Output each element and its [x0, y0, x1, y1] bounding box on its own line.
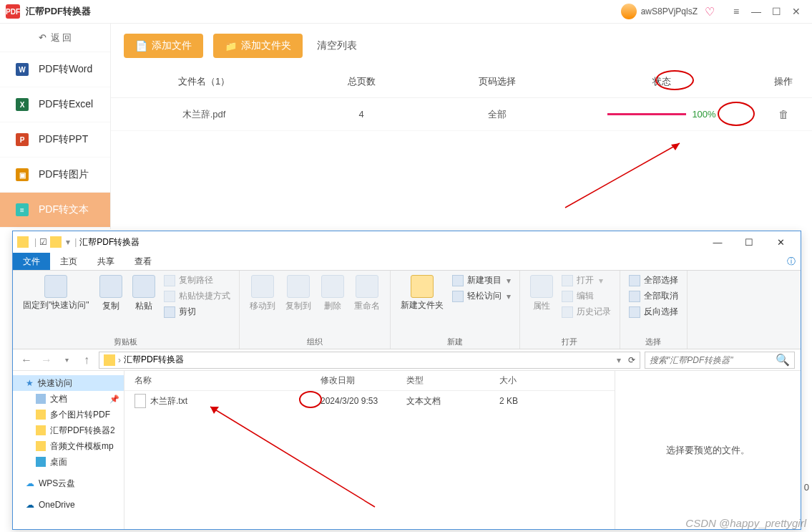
image-icon: ▣ [16, 168, 29, 181]
cloud-icon: ☁ [26, 500, 34, 510]
new-item-icon [452, 275, 464, 286]
invert-selection-button[interactable]: 反向选择 [627, 305, 680, 319]
copy-icon [99, 275, 122, 298]
ribbon-help-icon[interactable]: ⓘ [782, 253, 801, 270]
txt-file-icon [134, 394, 146, 408]
search-icon[interactable]: 🔍 [776, 353, 790, 367]
col-name[interactable]: 名称 [134, 374, 321, 387]
avatar-icon[interactable] [621, 4, 637, 19]
username: awS8PVjPqlsZ [641, 6, 698, 16]
copy-to-button[interactable]: 复制到 [283, 274, 314, 314]
copy-path-button[interactable]: 复制路径 [162, 274, 232, 287]
tab-home[interactable]: 主页 [50, 253, 87, 270]
tree-onedrive[interactable]: ☁OneDrive [13, 497, 124, 513]
easy-access-button[interactable]: 轻松访问▾ [451, 289, 512, 303]
add-file-label: 添加文件 [152, 39, 192, 52]
clear-list-button[interactable]: 清空列表 [317, 39, 357, 52]
close-button[interactable]: ✕ [786, 1, 806, 21]
new-folder-button[interactable]: 新建文件夹 [398, 274, 446, 311]
heart-icon[interactable]: ♡ [705, 5, 715, 19]
col-size[interactable]: 大小 [499, 374, 578, 387]
tree-multi-image[interactable]: 多个图片转PDF [23, 407, 124, 422]
new-item-button[interactable]: 新建项目▾ [451, 274, 512, 287]
pin-to-quick-button[interactable]: 固定到"快速访问" [20, 274, 92, 311]
nav-forward-icon[interactable]: → [39, 352, 54, 368]
cut-button[interactable]: 剪切 [162, 305, 232, 319]
tab-share[interactable]: 共享 [87, 253, 124, 270]
search-box[interactable]: 🔍 [645, 352, 795, 369]
tab-view[interactable]: 查看 [124, 253, 162, 270]
col-type[interactable]: 类型 [406, 374, 499, 387]
sidebar-item-excel[interactable]: XPDF转Excel [0, 87, 110, 122]
text-icon: ≡ [16, 203, 29, 216]
file-type: 文本文档 [406, 395, 499, 407]
sidebar-item-label: PDF转PPT [39, 133, 88, 146]
copy-path-icon [164, 275, 175, 286]
explorer-close-button[interactable]: ✕ [765, 232, 796, 252]
delete-button[interactable]: 删除 [318, 274, 347, 314]
nav-back-icon[interactable]: ← [19, 352, 34, 368]
tree-documents[interactable]: 文档📌 [23, 391, 124, 407]
nav-tree: ★快速访问 文档📌 多个图片转PDF 汇帮PDF转换器2 音频文件模板mp 桌面… [13, 371, 124, 529]
properties-button[interactable]: 属性 [527, 274, 556, 314]
tree-converter[interactable]: 汇帮PDF转换器2 [23, 422, 124, 438]
svg-line-2 [210, 407, 375, 507]
rename-button[interactable]: 重命名 [351, 274, 383, 314]
paste-shortcut-button[interactable]: 粘贴快捷方式 [162, 289, 232, 303]
tab-file[interactable]: 文件 [13, 253, 50, 270]
nav-recent-icon[interactable]: ▾ [59, 352, 74, 368]
add-folder-button[interactable]: 📁添加文件夹 [213, 34, 303, 58]
group-open: 打开 [527, 335, 612, 347]
cell-pages: 4 [297, 109, 426, 120]
open-button[interactable]: 打开▾ [560, 274, 612, 287]
minimize-button[interactable]: — [746, 1, 766, 21]
tree-audio[interactable]: 音频文件模板mp [23, 438, 124, 454]
select-all-button[interactable]: 全部选择 [627, 274, 680, 287]
sidebar-item-text[interactable]: ≡PDF转文本 [0, 193, 110, 228]
progress-bar [607, 113, 686, 115]
explorer-maximize-button[interactable]: ☐ [733, 232, 765, 252]
preview-pane: 选择要预览的文件。 [615, 371, 801, 529]
cell-range: 全部 [426, 108, 569, 121]
table-row[interactable]: 木兰辞.pdf 4 全部 100% 🗑 [111, 98, 812, 131]
menu-icon[interactable]: ≡ [726, 1, 746, 21]
refresh-icon[interactable]: ⟳ [628, 355, 635, 365]
sidebar-item-word[interactable]: WPDF转Word [0, 52, 110, 87]
desktop-icon [36, 457, 46, 467]
sidebar-item-ppt[interactable]: PPDF转PPT [0, 122, 110, 158]
delete-icon [321, 275, 344, 298]
pin-icon: 📌 [109, 395, 119, 404]
tree-wps-cloud[interactable]: ☁WPS云盘 [13, 475, 124, 491]
sidebar-item-label: PDF转文本 [39, 203, 89, 216]
search-input[interactable] [650, 355, 776, 365]
move-to-button[interactable]: 移动到 [247, 274, 278, 314]
col-pages: 总页数 [297, 75, 426, 88]
maximize-button[interactable]: ☐ [766, 1, 786, 21]
tree-quick-access[interactable]: ★快速访问 [13, 375, 124, 391]
add-file-button[interactable]: 📄添加文件 [124, 34, 203, 58]
nav-up-icon[interactable]: ↑ [79, 352, 94, 368]
easy-access-icon [452, 291, 464, 302]
pin-icon [44, 275, 67, 298]
copy-button[interactable]: 复制 [97, 274, 125, 314]
folder-icon [17, 236, 29, 248]
history-icon [562, 306, 573, 318]
sidebar-item-image[interactable]: ▣PDF转图片 [0, 158, 110, 193]
explorer-title: 汇帮PDF转换器 [79, 236, 140, 248]
paste-button[interactable]: 粘贴 [129, 274, 158, 314]
edit-button[interactable]: 编辑 [560, 289, 612, 303]
invert-icon [629, 306, 640, 318]
history-button[interactable]: 历史记录 [560, 305, 612, 319]
file-row[interactable]: 木兰辞.txt 2024/3/20 9:53 文本文档 2 KB [124, 391, 615, 411]
folder-icon [36, 410, 46, 420]
select-none-button[interactable]: 全部取消 [627, 289, 680, 303]
breadcrumb-item: 汇帮PDF转换器 [124, 354, 184, 366]
col-date[interactable]: 修改日期 [321, 374, 406, 387]
tree-desktop[interactable]: 桌面 [23, 454, 124, 470]
add-folder-label: 添加文件夹 [241, 39, 291, 52]
breadcrumb[interactable]: › 汇帮PDF转换器 ▾ ⟳ [99, 352, 640, 369]
shortcut-icon [164, 291, 175, 302]
delete-row-icon[interactable]: 🗑 [778, 108, 789, 120]
explorer-minimize-button[interactable]: — [702, 232, 733, 252]
back-button[interactable]: ↶ 返 回 [0, 24, 110, 52]
